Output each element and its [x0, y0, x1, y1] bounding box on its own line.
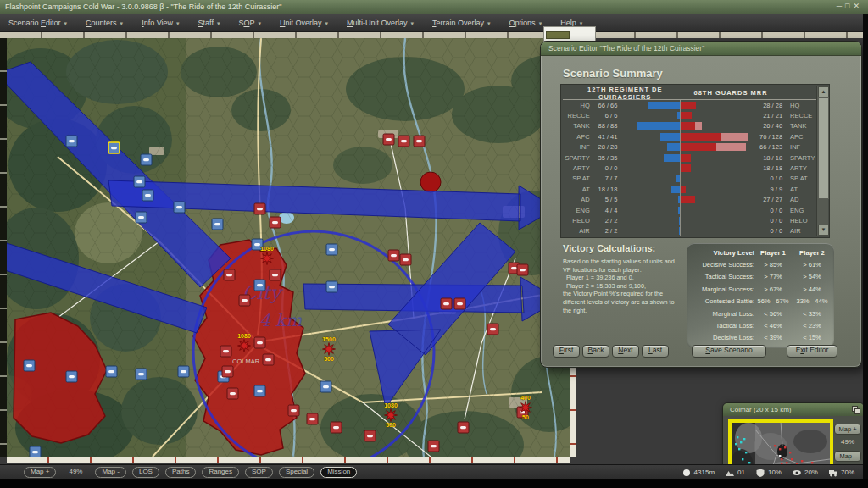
pact-unit-counter[interactable] [254, 203, 265, 214]
pact-unit-counter[interactable] [388, 250, 399, 261]
minimap-image[interactable] [728, 419, 833, 464]
nato-unit-counter[interactable] [66, 371, 77, 382]
pact-unit-counter[interactable] [414, 136, 425, 147]
indicator-mountains: 01 [726, 469, 745, 477]
menu-sop[interactable]: SOP▾ [238, 19, 261, 27]
pact-unit-counter[interactable] [307, 413, 318, 424]
menu-options[interactable]: Options▾ [509, 19, 542, 27]
pact-unit-counter[interactable] [331, 422, 342, 433]
pact-unit-counter[interactable] [270, 269, 281, 280]
pact-unit-counter[interactable] [254, 337, 265, 348]
back-button[interactable]: Back [582, 345, 609, 358]
chevron-down-icon: ▾ [176, 20, 180, 26]
menu-staff[interactable]: Staff▾ [198, 19, 220, 27]
status-map--button[interactable]: Map - [95, 467, 125, 478]
nato-unit-counter[interactable] [254, 385, 265, 396]
menu-counters[interactable]: Counters▾ [86, 19, 123, 27]
status-mission-button[interactable]: Mission [320, 467, 357, 478]
pact-unit-counter[interactable] [441, 298, 452, 309]
chevron-down-icon: ▾ [64, 20, 68, 26]
scroll-up-icon[interactable]: ▲ [818, 86, 829, 97]
nato-unit-counter[interactable] [24, 360, 35, 371]
nato-unit-counter[interactable] [136, 212, 147, 223]
layers-icon[interactable] [852, 406, 860, 413]
pact-unit-counter[interactable] [454, 298, 465, 309]
pact-unit-counter[interactable] [224, 269, 235, 280]
pact-unit-counter[interactable] [220, 346, 231, 357]
menu-scenario-editor[interactable]: Scenario Editor▾ [8, 19, 67, 27]
pact-unit-counter[interactable] [487, 324, 498, 335]
nato-unit-counter[interactable] [326, 244, 337, 255]
nato-unit-counter[interactable] [212, 219, 223, 230]
last-button[interactable]: Last [642, 345, 669, 358]
svg-text:1080: 1080 [384, 402, 398, 408]
status-paths-button[interactable]: Paths [165, 467, 196, 478]
summary-scrollbar[interactable]: ▲ ▼ [816, 86, 828, 236]
nato-unit-counter[interactable] [142, 190, 153, 201]
menu-info-view[interactable]: Info View▾ [142, 19, 179, 27]
victory-row: Tactical Loss:< 46%< 23% [687, 319, 834, 331]
nato-unit-counter[interactable] [320, 381, 331, 392]
minimap-pact-dot [801, 460, 803, 462]
pact-unit-counter[interactable] [239, 295, 250, 306]
status-los-button[interactable]: LOS [132, 467, 159, 478]
menu-terrain-overlay[interactable]: Terrain Overlay▾ [432, 19, 491, 27]
window-controls[interactable]: ─□✕ [837, 0, 863, 14]
nato-unit-counter[interactable] [108, 142, 120, 153]
minimap-zoom-in-button[interactable]: Map + [834, 424, 861, 435]
menu-unit-overlay[interactable]: Unit Overlay▾ [280, 19, 328, 27]
pact-unit-counter[interactable] [227, 388, 238, 399]
nato-unit-counter[interactable] [326, 281, 337, 292]
first-button[interactable]: First [553, 345, 580, 358]
minimap-zoom-level: 49% [834, 438, 861, 446]
dialog-title-bar[interactable]: Scenario Editor "The Ride of the 12th Cu… [541, 42, 861, 56]
summary-row-recce: RECCE6 / 621 / 21RECCE [563, 110, 816, 120]
next-button[interactable]: Next [612, 345, 639, 358]
nato-unit-counter[interactable] [134, 176, 145, 187]
pact-unit-counter[interactable] [458, 422, 469, 433]
close-icon[interactable]: ✕ [853, 2, 863, 10]
minimize-icon[interactable]: ─ [837, 2, 845, 10]
pact-unit-counter[interactable] [288, 405, 299, 416]
menu-multi-unit-overlay[interactable]: Multi-Unit Overlay▾ [347, 19, 414, 27]
player2-strength-bar [681, 186, 686, 193]
minimap-nato-dot [737, 436, 738, 438]
nato-unit-counter[interactable] [174, 202, 185, 213]
vp-location-marker[interactable]: 1080500 [384, 402, 398, 428]
nato-unit-counter[interactable] [106, 366, 117, 377]
pact-unit-counter[interactable] [400, 254, 411, 265]
pact-unit-counter[interactable] [398, 136, 409, 147]
nato-unit-counter[interactable] [136, 369, 147, 380]
pact-unit-counter[interactable] [364, 430, 376, 441]
svg-text:500: 500 [324, 356, 334, 362]
battle-map[interactable]: City 4 km COLMAR 10801500500108010805004… [7, 38, 570, 457]
status-sop-button[interactable]: SOP [245, 467, 273, 478]
pact-unit-counter[interactable] [383, 134, 394, 145]
nato-unit-counter[interactable] [254, 280, 265, 291]
scroll-down-icon[interactable]: ▼ [818, 225, 829, 236]
vp-location-marker[interactable]: 1500500 [322, 336, 336, 362]
victory-table-header: Victory LevelPlayer 1Player 2 [687, 247, 834, 258]
nato-unit-counter[interactable] [141, 154, 152, 165]
summary-row-arty: ARTY0 / 018 / 18ARTY [563, 163, 816, 173]
pact-unit-counter[interactable] [222, 366, 233, 377]
player2-losses-bar [721, 133, 749, 141]
nato-unit-counter[interactable] [66, 136, 77, 147]
save-scenario-button[interactable]: Save Scenario [692, 345, 766, 358]
pact-unit-counter[interactable] [263, 354, 274, 365]
player2-strength-bar [681, 196, 695, 203]
scrollbar-thumb[interactable] [818, 97, 829, 199]
victory-row: Decisive Loss:< 39%< 15% [687, 332, 834, 344]
minimap-title-bar[interactable]: Colmar (20 x 15 km) [723, 403, 863, 416]
status-ranges-button[interactable]: Ranges [202, 467, 239, 478]
status-map--button[interactable]: Map + [24, 467, 56, 478]
pact-unit-counter[interactable] [270, 217, 281, 228]
pact-unit-counter[interactable] [428, 441, 439, 452]
exit-editor-button[interactable]: Exit Editor [787, 345, 837, 358]
pact-unit-counter[interactable] [517, 264, 528, 275]
nato-unit-counter[interactable] [178, 366, 189, 377]
status-special-button[interactable]: Special [279, 467, 314, 478]
nato-unit-counter[interactable] [30, 446, 41, 457]
minimap-zoom-out-button[interactable]: Map - [834, 451, 861, 462]
menu-help[interactable]: Help▾ [560, 19, 582, 27]
